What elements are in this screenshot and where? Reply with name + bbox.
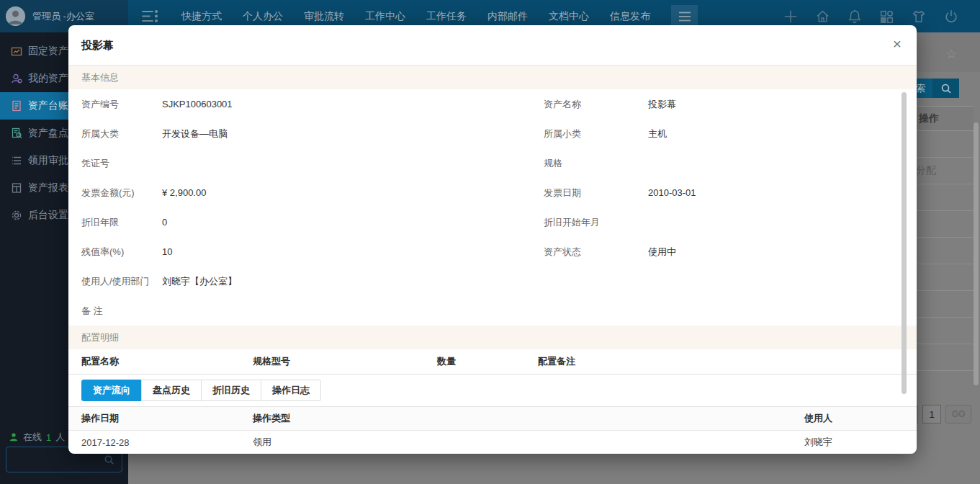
sidebar-item-label: 我的资产 [28, 72, 68, 85]
field-label: 凭证号 [68, 157, 162, 170]
basic-info-fields: 资产编号 SJKP100603001 资产名称 投影幕 所属大类 开发设备—电脑… [68, 89, 917, 326]
user-name-label: 管理员 -办公室 [32, 10, 94, 23]
field-label: 折旧年限 [68, 216, 162, 229]
field-label: 发票日期 [531, 187, 648, 200]
my-assets-icon [11, 73, 22, 84]
field-label: 资产编号 [68, 98, 162, 111]
field-value: ¥ 2,900.00 [162, 187, 206, 198]
tab-asset-flow[interactable]: 资产流向 [81, 380, 142, 401]
field-label: 使用人/使用部门 [68, 275, 162, 288]
nav-item-shortcuts[interactable]: 快捷方式 [181, 10, 222, 23]
field-label: 备 注 [68, 305, 162, 318]
field-depreciation-years: 折旧年限 0 [68, 207, 531, 237]
config-col-model: 规格型号 [253, 355, 437, 368]
field-major-category: 所属大类 开发设备—电脑 [68, 119, 531, 148]
field-value: 2010-03-01 [648, 187, 696, 198]
online-count: 1 [46, 432, 51, 443]
field-value: 主机 [648, 127, 667, 140]
field-value: 0 [162, 217, 167, 228]
pagination: 1 GO [908, 405, 971, 424]
online-unit: 人 [55, 431, 65, 444]
field-depreciation-start: 折旧开始年月 [531, 207, 917, 237]
fixed-assets-icon [11, 45, 22, 57]
field-label: 发票金额(元) [68, 187, 162, 200]
config-table-header: 配置名称 规格型号 数量 配置备注 [68, 349, 917, 375]
online-label: 在线 [23, 431, 42, 444]
nav-item-approval-flow[interactable]: 审批流转 [304, 10, 344, 23]
field-value: SJKP100603001 [162, 99, 233, 109]
menu-collapse-icon[interactable] [141, 9, 160, 23]
field-asset-status: 资产状态 使用中 [531, 237, 917, 266]
nav-item-info-publish[interactable]: 信息发布 [610, 10, 650, 23]
page-scrollbar[interactable] [974, 122, 979, 385]
field-value: 开发设备—电脑 [162, 127, 228, 140]
page-number-input[interactable]: 1 [922, 405, 941, 424]
nav-item-internal-mail[interactable]: 内部邮件 [487, 10, 528, 23]
requisition-approval-icon [11, 155, 22, 166]
flow-table-header: 操作日期 操作类型 使用人 [68, 407, 917, 431]
field-invoice-amount: 发票金额(元) ¥ 2,900.00 [68, 178, 531, 207]
close-icon[interactable]: × [888, 35, 907, 53]
online-status: 在线 1 人 [9, 431, 65, 444]
tshirt-icon[interactable] [910, 9, 927, 24]
flow-user-cell: 刘晓宇 [804, 436, 917, 449]
field-residual-rate: 残值率(%) 10 [68, 237, 531, 266]
field-spec: 规格 [531, 148, 917, 178]
field-label: 资产名称 [531, 98, 648, 111]
search-icon [932, 79, 959, 98]
bell-icon[interactable] [847, 8, 863, 24]
assign-link[interactable]: 分配 [916, 164, 936, 177]
config-col-remark: 配置备注 [538, 355, 917, 368]
go-button[interactable]: GO [945, 405, 971, 424]
asset-ledger-icon [11, 100, 22, 112]
online-person-icon [9, 432, 19, 442]
field-value: 使用中 [648, 246, 676, 259]
user-avatar[interactable] [6, 6, 25, 26]
field-value: 10 [162, 246, 172, 257]
config-col-quantity: 数量 [437, 355, 538, 368]
operation-column-header: 操作 [919, 112, 939, 125]
field-asset-code: 资产编号 SJKP100603001 [68, 89, 531, 119]
field-value: 刘晓宇【办公室】 [162, 275, 237, 288]
nav-item-personal-office[interactable]: 个人办公 [243, 10, 283, 23]
asset-report-icon [11, 182, 22, 194]
home-icon[interactable] [814, 8, 831, 24]
field-label: 折旧开始年月 [531, 216, 648, 229]
sidebar-item-label: 领用审批 [28, 154, 68, 167]
sidebar-item-label: 固定资产 [28, 45, 68, 58]
more-menus-hamburger-icon[interactable] [671, 5, 698, 27]
tab-inventory-history[interactable]: 盘点历史 [141, 380, 202, 401]
field-empty [531, 296, 917, 326]
config-col-name: 配置名称 [68, 355, 253, 368]
apps-grid-icon[interactable] [878, 9, 894, 24]
flow-table-row: 2017-12-28 领用 刘晓宇 [68, 431, 917, 454]
flow-date-cell: 2017-12-28 [68, 437, 253, 448]
asset-detail-modal: 投影幕 × 基本信息 资产编号 SJKP100603001 资产名称 投影幕 所… [68, 25, 917, 454]
field-invoice-date: 发票日期 2010-03-01 [531, 178, 917, 207]
field-label: 残值率(%) [68, 246, 162, 259]
field-label: 规格 [531, 157, 648, 170]
flow-col-date: 操作日期 [68, 412, 253, 425]
modal-tabs: 资产流向 盘点历史 折旧历史 操作日志 [68, 375, 917, 407]
sidebar-item-label: 资产盘点 [28, 127, 68, 140]
field-minor-category: 所属小类 主机 [531, 119, 917, 148]
section-config-detail: 配置明细 [68, 326, 917, 349]
field-label: 资产状态 [531, 246, 648, 259]
search-icon [104, 454, 114, 465]
favorite-star-icon[interactable]: ☆ [946, 47, 957, 62]
nav-item-work-center[interactable]: 工作中心 [365, 10, 405, 23]
nav-item-document-center[interactable]: 文档中心 [549, 10, 589, 23]
plus-icon[interactable] [783, 9, 799, 24]
field-asset-name: 资产名称 投影幕 [531, 89, 917, 119]
field-value: 投影幕 [648, 98, 676, 111]
field-label: 所属大类 [68, 127, 162, 140]
nav-item-work-tasks[interactable]: 工作任务 [426, 10, 467, 23]
flow-col-user: 使用人 [804, 412, 917, 425]
settings-icon [11, 210, 22, 221]
power-icon[interactable] [943, 9, 959, 24]
sidebar-item-label: 资产台账 [28, 99, 68, 112]
modal-scrollbar[interactable] [902, 92, 907, 394]
tab-depreciation-history[interactable]: 折旧历史 [201, 380, 261, 401]
flow-type-cell: 领用 [253, 436, 804, 449]
tab-operation-log[interactable]: 操作日志 [261, 380, 321, 401]
